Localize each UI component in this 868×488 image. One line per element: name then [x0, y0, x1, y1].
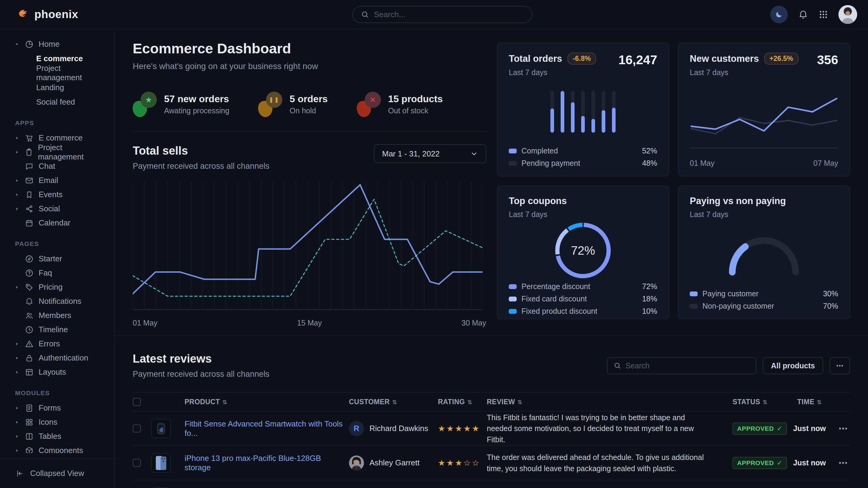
- sidebar-item-members[interactable]: Members: [12, 308, 107, 323]
- moon-icon: [775, 10, 783, 19]
- total-sells-chart: 01 May15 May30 May: [133, 181, 486, 327]
- time-label: Just now: [788, 458, 831, 467]
- card-title: New customers: [690, 53, 759, 64]
- legend-item-pending-payment: Pending payment48%: [509, 159, 657, 168]
- sidebar-item-forms[interactable]: Forms: [12, 401, 107, 415]
- sidebar-item-faq[interactable]: Faq: [12, 266, 107, 280]
- caret-right-icon: [14, 341, 20, 347]
- caret-right-icon: [14, 284, 20, 290]
- caret-right-icon: [14, 355, 20, 361]
- coupons-donut-chart: 72%: [509, 219, 657, 282]
- column-header-status[interactable]: STATUS⇅: [733, 398, 788, 406]
- check-icon: ✓: [777, 425, 782, 432]
- row-menu-button[interactable]: ⋯: [831, 458, 850, 468]
- column-header-time[interactable]: TIME⇅: [788, 398, 831, 406]
- sidebar-item-notifications[interactable]: Notifications: [12, 294, 107, 308]
- paying-gauge-chart: [690, 219, 838, 289]
- x-axis-labels: 01 May07 May: [690, 159, 838, 168]
- cart-icon: [25, 133, 34, 142]
- chat-icon: [25, 162, 34, 171]
- table-header-row: PRODUCT⇅CUSTOMER⇅RATING⇅REVIEW⇅STATUS⇅TI…: [133, 392, 850, 412]
- bell-icon: [798, 9, 808, 20]
- reviews-search-input[interactable]: [625, 361, 750, 370]
- sidebar-subitem-project-management[interactable]: Project management: [12, 66, 107, 80]
- sidebar-item-icons[interactable]: Icons: [12, 415, 107, 429]
- all-products-button[interactable]: All products: [763, 357, 823, 374]
- collapse-left-icon: [16, 469, 25, 478]
- navbar-search-input[interactable]: [374, 10, 524, 19]
- top-coupons-card: Top coupons Last 7 days 72% Percentage d…: [497, 186, 669, 319]
- sidebar-item-errors[interactable]: Errors: [12, 337, 107, 351]
- pie-chart-icon: [25, 40, 34, 49]
- theme-toggle-button[interactable]: [770, 6, 788, 23]
- column-header-rating[interactable]: RATING⇅: [438, 398, 487, 406]
- user-avatar[interactable]: [838, 5, 857, 24]
- column-header-customer[interactable]: CUSTOMER⇅: [349, 398, 438, 406]
- product-link[interactable]: Fitbit Sense Advanced Smartwatch with To…: [185, 419, 349, 438]
- sidebar-item-timeline[interactable]: Timeline: [12, 323, 107, 337]
- collapsed-view-toggle[interactable]: Collapsed View: [0, 458, 114, 488]
- sidebar-subitem-social-feed[interactable]: Social feed: [12, 95, 107, 109]
- sidebar-item-starter[interactable]: Starter: [12, 252, 107, 266]
- legend-swatch: [509, 297, 517, 301]
- new-customers-card: New customers +26.5% Last 7 days 356 01 …: [678, 43, 850, 176]
- status-badge: APPROVED ✓: [733, 423, 787, 435]
- clipboard-icon: [25, 148, 33, 157]
- search-icon: [361, 10, 369, 19]
- legend-item-paying-customer: Paying customer30%: [690, 289, 838, 298]
- sidebar-item-components[interactable]: Components: [12, 444, 107, 453]
- share-icon: [25, 204, 34, 214]
- rating-stars: ★★★☆☆: [438, 458, 487, 468]
- legend-item-fixed-product-discount: Fixed product discount10%: [509, 307, 657, 316]
- layout-icon: [25, 368, 34, 377]
- customer-name: Richard Dawkins: [369, 424, 428, 433]
- rating-stars: ★★★★★: [438, 424, 487, 433]
- sidebar-item-social[interactable]: Social: [12, 202, 107, 216]
- sidebar-section-pages: PAGES: [15, 240, 107, 248]
- main-content: Ecommerce Dashboard Here's what's going …: [115, 29, 868, 488]
- tag-icon: [25, 283, 34, 292]
- x-axis-labels: 01 May15 May30 May: [133, 319, 486, 327]
- sidebar-item-authentication[interactable]: Authentication: [12, 351, 107, 365]
- star-icon: ★: [141, 92, 157, 108]
- sort-icon: ⇅: [763, 399, 768, 405]
- sidebar-section-apps: APPS: [15, 119, 107, 127]
- column-header-product[interactable]: PRODUCT⇅: [185, 398, 349, 406]
- customer-name: Ashley Garrett: [369, 458, 420, 467]
- review-text: This Fitbit is fantastic! I was trying t…: [487, 412, 733, 445]
- apps-launcher-button[interactable]: [818, 10, 828, 19]
- brand[interactable]: phoenix: [16, 8, 115, 21]
- sidebar-section-modules: MODULES: [15, 389, 107, 397]
- row-checkbox[interactable]: [133, 459, 141, 467]
- date-range-select[interactable]: Mar 1 - 31, 2022: [374, 144, 486, 163]
- notifications-button[interactable]: [798, 9, 808, 20]
- row-checkbox[interactable]: [133, 424, 141, 432]
- sidebar-item-layouts[interactable]: Layouts: [12, 365, 107, 379]
- sidebar-item-email[interactable]: Email: [12, 173, 107, 188]
- select-all-checkbox[interactable]: [133, 398, 141, 406]
- columns-icon: [25, 432, 34, 441]
- reviews-search[interactable]: [607, 357, 756, 374]
- sidebar-item-pricing[interactable]: Pricing: [12, 280, 107, 294]
- row-menu-button[interactable]: ⋯: [831, 423, 850, 434]
- sidebar-item-project-management[interactable]: Project management: [12, 145, 107, 159]
- caret-right-icon: [14, 419, 20, 425]
- sidebar-item-events[interactable]: Events: [12, 188, 107, 202]
- column-header-review[interactable]: REVIEW⇅: [487, 398, 733, 406]
- phoenix-logo-icon: [16, 8, 30, 21]
- lock-icon: [25, 354, 34, 363]
- total-orders-value: 16,247: [619, 53, 657, 67]
- time-label: Just now: [788, 424, 831, 433]
- legend-item-non-paying-customer: Non-paying customer70%: [690, 302, 838, 311]
- navbar-search[interactable]: [352, 6, 532, 23]
- legend-item-percentage-discount: Percentage discount72%: [509, 282, 657, 291]
- sidebar-item-home[interactable]: Home: [12, 37, 107, 51]
- sidebar-subitem-landing[interactable]: Landing: [12, 80, 107, 95]
- sidebar-item-calendar[interactable]: Calendar: [12, 216, 107, 230]
- product-link[interactable]: iPhone 13 pro max-Pacific Blue-128GB sto…: [185, 454, 349, 472]
- caret-right-icon: [14, 149, 20, 155]
- caret-right-icon: [14, 433, 20, 440]
- reviews-menu-button[interactable]: ⋯: [830, 357, 850, 374]
- sidebar-item-tables[interactable]: Tables: [12, 429, 107, 444]
- orders-bar-chart: [509, 77, 657, 147]
